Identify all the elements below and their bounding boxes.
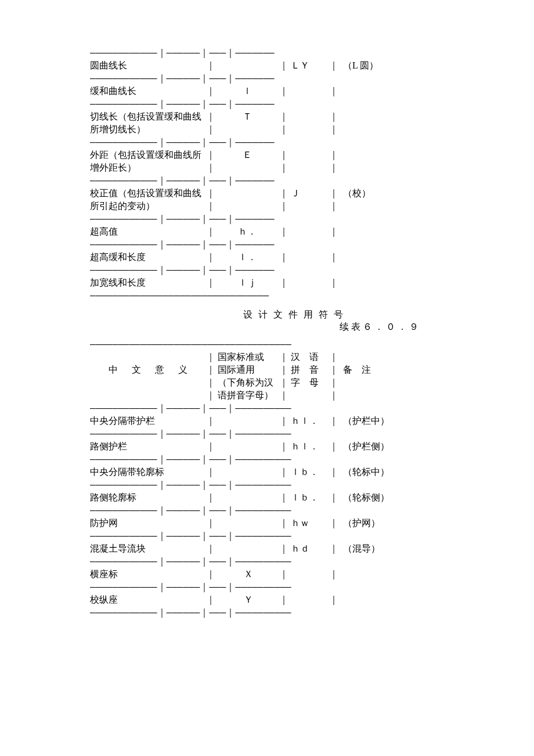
section-subtitle: 续表６．０．９	[90, 321, 444, 333]
col-sep: ｜	[279, 123, 288, 136]
cell-std	[215, 123, 279, 136]
header-cell	[338, 351, 437, 363]
table-row: 超高值 ｜ ｈ． ｜ ｜	[90, 225, 444, 238]
table-row: 切线长（包括设置缓和曲线 ｜ Ｔ ｜ ｜	[90, 110, 444, 123]
table-row: 中央分隔带轮廓标｜｜ｌｂ．｜（轮标中）	[90, 466, 444, 478]
col-sep: ｜	[279, 517, 288, 530]
col-sep: ｜	[329, 161, 338, 174]
col-sep: ｜	[206, 466, 215, 478]
cell-std	[215, 542, 279, 555]
header-cell	[338, 376, 437, 389]
cell-note: （护栏侧）	[338, 440, 437, 453]
cell-py	[288, 276, 329, 289]
cell-std: ｌｊ	[215, 276, 279, 289]
cell-std: ｈ．	[215, 225, 279, 238]
col-sep: ｜	[206, 491, 215, 504]
table-header-row: ｜ 语拼音字母） ｜ ｜	[90, 389, 444, 402]
col-sep: ｜	[329, 276, 338, 289]
col-sep: ｜	[206, 225, 215, 238]
col-sep: ｜	[206, 376, 215, 389]
cell-note: （L 圆）	[338, 59, 437, 72]
col-sep: ｜	[279, 593, 288, 606]
header-cell	[90, 389, 206, 402]
cell-name: 缓和曲线长	[90, 85, 206, 98]
row-divider: ————————————｜——————｜———｜——————————	[90, 606, 444, 619]
cell-std: Ｘ	[215, 568, 279, 581]
cell-py	[288, 593, 329, 606]
cell-note: （轮标中）	[338, 466, 437, 478]
col-sep: ｜	[329, 149, 338, 161]
col-sep: ｜	[206, 351, 215, 363]
col-sep: ｜	[206, 415, 215, 427]
col-sep: ｜	[279, 440, 288, 453]
col-sep: ｜	[206, 200, 215, 213]
col-sep: ｜	[206, 110, 215, 123]
cell-py	[288, 110, 329, 123]
col-sep: ｜	[329, 517, 338, 530]
col-sep: ｜	[206, 123, 215, 136]
cell-note: （护网）	[338, 517, 437, 530]
table-row: 所增切线长） ｜ ｜ ｜	[90, 123, 444, 136]
cell-note: （护栏中）	[338, 415, 437, 427]
table-header-row: ｜ 国家标准或 ｜ 汉 语 ｜	[90, 351, 444, 363]
cell-note	[338, 276, 437, 289]
col-sep: ｜	[279, 59, 288, 72]
cell-name: 所引起的变动）	[90, 200, 206, 213]
col-sep: ｜	[206, 568, 215, 581]
cell-std	[215, 200, 279, 213]
cell-py: Ｊ	[288, 187, 329, 200]
cell-py	[288, 200, 329, 213]
cell-std: Ｙ	[215, 593, 279, 606]
col-sep: ｜	[329, 593, 338, 606]
col-sep: ｜	[329, 123, 338, 136]
col-sep: ｜	[206, 542, 215, 555]
header-cell: 字 母	[288, 376, 329, 389]
col-sep: ｜	[206, 517, 215, 530]
cell-py: ｌｂ．	[288, 466, 329, 478]
col-sep: ｜	[279, 389, 288, 402]
col-sep: ｜	[279, 187, 288, 200]
col-sep: ｜	[329, 491, 338, 504]
col-sep: ｜	[329, 110, 338, 123]
cell-py	[288, 85, 329, 98]
header-cell	[288, 389, 329, 402]
cell-name: 横座标	[90, 568, 206, 581]
header-cell: 国际通用	[215, 363, 279, 376]
cell-note	[338, 225, 437, 238]
col-sep: ｜	[279, 85, 288, 98]
cell-std: ｌ	[215, 85, 279, 98]
table-row: 路侧轮廓标｜｜ｌｂ．｜（轮标侧）	[90, 491, 444, 504]
cell-note	[338, 149, 437, 161]
cell-note: （校）	[338, 187, 437, 200]
cell-py: ｈｗ	[288, 517, 329, 530]
col-sep: ｜	[206, 149, 215, 161]
header-cell	[338, 389, 437, 402]
col-sep: ｜	[206, 59, 215, 72]
table-2: ———————————————————————————————————— ｜ 国…	[90, 338, 444, 619]
col-sep: ｜	[279, 466, 288, 478]
table-row: 中央分隔带护栏｜｜ｈｌ．｜（护栏中）	[90, 415, 444, 427]
col-sep: ｜	[329, 59, 338, 72]
col-sep: ｜	[206, 251, 215, 264]
col-sep: ｜	[206, 161, 215, 174]
col-sep: ｜	[279, 110, 288, 123]
row-divider: ————————————｜——————｜———｜——————————	[90, 478, 444, 491]
table-header-row: ｜ （下角标为汉 ｜ 字 母 ｜	[90, 376, 444, 389]
cell-py: ｈｄ	[288, 542, 329, 555]
row-divider: ————————————｜——————｜———｜——————————	[90, 427, 444, 440]
cell-py	[288, 568, 329, 581]
col-sep: ｜	[279, 376, 288, 389]
cell-std	[215, 440, 279, 453]
col-sep: ｜	[279, 568, 288, 581]
cell-note	[338, 593, 437, 606]
row-divider: ————————————｜——————｜———｜———————	[90, 264, 444, 276]
col-sep: ｜	[329, 363, 338, 376]
cell-py	[288, 161, 329, 174]
col-sep: ｜	[279, 542, 288, 555]
col-sep: ｜	[206, 593, 215, 606]
cell-name: 外距（包括设置缓和曲线所	[90, 149, 206, 161]
table-row: 所引起的变动） ｜ ｜ ｜	[90, 200, 444, 213]
cell-py: ＬＹ	[288, 59, 329, 72]
cell-name: 防护网	[90, 517, 206, 530]
table-row: 横座标｜Ｘ｜｜	[90, 568, 444, 581]
